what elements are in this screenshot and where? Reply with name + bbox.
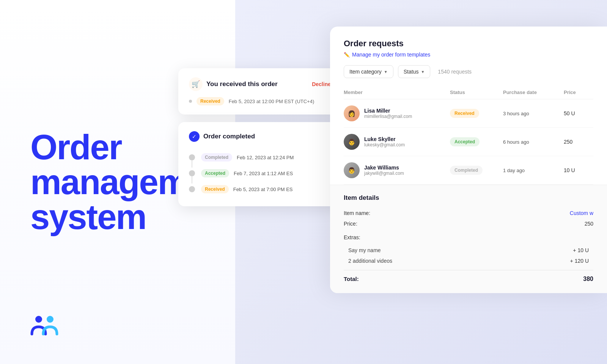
avatar: 👨 bbox=[344, 134, 360, 150]
check-icon: ✓ bbox=[189, 131, 200, 142]
status-badge: Received bbox=[450, 109, 479, 118]
col-status: Status bbox=[450, 89, 503, 95]
member-email: mimillerlisa@gmail.com bbox=[364, 114, 412, 119]
total-row: Total: 380 bbox=[344, 270, 593, 282]
price-cell: 50 U bbox=[564, 110, 594, 116]
extras-item-row: Say my name + 10 U bbox=[344, 245, 593, 256]
item-details-section: Item details Item name: Custom w Price: … bbox=[330, 185, 607, 293]
item-details-title: Item details bbox=[344, 194, 593, 202]
timeline-item: Accepted Feb 7, 2023 at 1:12 AM ES bbox=[189, 165, 331, 181]
pencil-icon: ✏️ bbox=[344, 52, 350, 58]
status-badge: Completed bbox=[450, 166, 483, 175]
middle-section: 🛒 You received this order Decline Receiv… bbox=[178, 68, 341, 206]
member-cell: 👨 Luke Skyller lukesky@gmail.com bbox=[344, 134, 450, 150]
order-date: Feb 5, 2023 at 12:00 PM EST (UTC+4) bbox=[229, 99, 315, 104]
svg-point-1 bbox=[47, 316, 53, 323]
member-email: lukesky@gmail.com bbox=[364, 142, 405, 147]
received-badge: Received bbox=[201, 185, 229, 193]
member-cell: 👨 Jake Williams jakywill@gmail.com bbox=[344, 162, 450, 178]
total-value: 380 bbox=[583, 276, 593, 282]
table-row[interactable]: 👩 Lisa Miller mimillerlisa@gmail.com Rec… bbox=[344, 99, 593, 128]
status-filter[interactable]: Status ▼ bbox=[398, 65, 431, 78]
timeline-date: Feb 5, 2023 at 7:00 PM ES bbox=[233, 187, 293, 192]
order-received-title: You received this order bbox=[206, 80, 278, 88]
member-name: Luke Skyller bbox=[364, 136, 405, 142]
status-dot bbox=[189, 100, 192, 103]
price-cell: 10 U bbox=[564, 167, 594, 173]
member-name: Jake Williams bbox=[364, 165, 404, 171]
logo bbox=[30, 313, 64, 341]
status-cell: Completed bbox=[450, 166, 503, 175]
status-cell: Received bbox=[450, 109, 503, 118]
received-badge: Received bbox=[197, 97, 224, 105]
svg-point-0 bbox=[35, 316, 42, 323]
table-header: Member Status Purchase date Price bbox=[344, 86, 593, 99]
timeline: Completed Feb 12, 2023 at 12:24 PM Accep… bbox=[189, 149, 331, 197]
chevron-down-icon: ▼ bbox=[421, 70, 425, 74]
extras-item-name: 2 additional videos bbox=[348, 258, 392, 264]
timeline-item: Received Feb 5, 2023 at 7:00 PM ES bbox=[189, 181, 331, 197]
item-name-value[interactable]: Custom w bbox=[570, 210, 593, 216]
item-name-row: Item name: Custom w bbox=[344, 208, 593, 218]
price-row: Price: 250 bbox=[344, 218, 593, 229]
requests-count: 1540 requests bbox=[438, 69, 472, 75]
avatar: 👨 bbox=[344, 162, 360, 178]
right-panel: Order requests ✏️ Manage my order form t… bbox=[330, 27, 607, 293]
cart-icon: 🛒 bbox=[189, 77, 203, 91]
extras-item-price: + 120 U bbox=[570, 258, 589, 264]
price-label: Price: bbox=[344, 221, 357, 227]
filters-row: Item category ▼ Status ▼ 1540 requests bbox=[344, 65, 593, 78]
hero-title-line3: system bbox=[30, 198, 146, 236]
purchase-date: 3 hours ago bbox=[503, 111, 564, 116]
order-received-card: 🛒 You received this order Decline Receiv… bbox=[178, 68, 341, 115]
member-email: jakywill@gmail.com bbox=[364, 171, 404, 176]
orders-title: Order requests bbox=[344, 39, 593, 49]
order-completed-card: ✓ Order completed Completed Feb 12, 2023… bbox=[178, 122, 341, 206]
col-price: Price bbox=[564, 89, 594, 95]
order-completed-title: Order completed bbox=[203, 133, 255, 140]
status-cell: Accepted bbox=[450, 137, 503, 146]
timeline-date: Feb 12, 2023 at 12:24 PM bbox=[237, 155, 294, 160]
timeline-item: Completed Feb 12, 2023 at 12:24 PM bbox=[189, 149, 331, 165]
item-name-label: Item name: bbox=[344, 210, 370, 216]
table-row[interactable]: 👨 Jake Williams jakywill@gmail.com Compl… bbox=[344, 156, 593, 185]
member-name: Lisa Miller bbox=[364, 108, 412, 114]
orders-section: Order requests ✏️ Manage my order form t… bbox=[330, 27, 607, 185]
accepted-badge: Accepted bbox=[201, 169, 229, 177]
price-cell: 250 bbox=[564, 139, 594, 145]
decline-button[interactable]: Decline bbox=[312, 81, 331, 87]
hero-title-line1: Order bbox=[30, 128, 122, 166]
purchase-date: 6 hours ago bbox=[503, 139, 564, 145]
item-category-filter[interactable]: Item category ▼ bbox=[344, 65, 393, 78]
extras-item-price: + 10 U bbox=[573, 247, 589, 253]
timeline-dot bbox=[189, 154, 195, 160]
table-row[interactable]: 👨 Luke Skyller lukesky@gmail.com Accepte… bbox=[344, 128, 593, 156]
total-label: Total: bbox=[344, 276, 359, 282]
member-cell: 👩 Lisa Miller mimillerlisa@gmail.com bbox=[344, 105, 450, 121]
extras-label-row: Extras: bbox=[344, 229, 593, 245]
price-value: 250 bbox=[585, 221, 593, 227]
manage-link[interactable]: ✏️ Manage my order form templates bbox=[344, 52, 593, 58]
timeline-dot bbox=[189, 170, 195, 176]
completed-badge: Completed bbox=[201, 153, 232, 162]
avatar: 👩 bbox=[344, 105, 360, 121]
extras-item-name: Say my name bbox=[348, 247, 381, 253]
timeline-dot bbox=[189, 186, 195, 192]
extras-label: Extras: bbox=[344, 234, 360, 240]
status-badge: Accepted bbox=[450, 137, 480, 146]
col-member: Member bbox=[344, 89, 450, 95]
timeline-date: Feb 7, 2023 at 1:12 AM ES bbox=[234, 171, 293, 176]
extras-item-row: 2 additional videos + 120 U bbox=[344, 256, 593, 266]
col-purchase-date: Purchase date bbox=[503, 89, 564, 95]
chevron-down-icon: ▼ bbox=[384, 70, 388, 74]
purchase-date: 1 day ago bbox=[503, 168, 564, 173]
